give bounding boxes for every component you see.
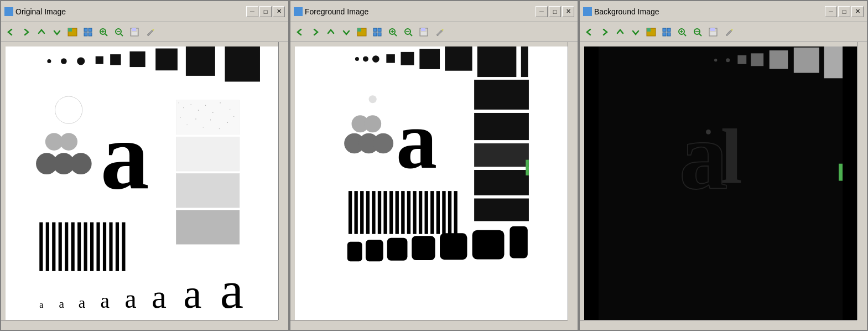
background-title-left: Background Image bbox=[583, 7, 659, 16]
svg-rect-160 bbox=[710, 32, 716, 35]
fg-tool-pencil[interactable] bbox=[432, 25, 446, 39]
foreground-canvas-area: a bbox=[290, 42, 578, 330]
foreground-svg: a bbox=[295, 46, 568, 320]
fg-tool-image[interactable] bbox=[355, 25, 369, 39]
tool-up-button[interactable] bbox=[34, 25, 49, 39]
svg-rect-62 bbox=[198, 110, 199, 111]
svg-rect-19 bbox=[96, 56, 103, 64]
svg-rect-134 bbox=[442, 191, 445, 234]
tool-grid-button[interactable] bbox=[81, 25, 95, 39]
foreground-vscroll[interactable] bbox=[568, 42, 578, 320]
tool-down-button[interactable] bbox=[50, 25, 64, 39]
svg-text:a: a bbox=[220, 261, 243, 319]
background-close-button[interactable]: ✕ bbox=[851, 6, 864, 17]
original-close-button[interactable]: ✕ bbox=[273, 6, 285, 17]
bg-tool-zoom-out[interactable] bbox=[690, 25, 705, 39]
tool-back-button[interactable] bbox=[3, 25, 18, 39]
original-title-buttons: ─ □ ✕ bbox=[246, 6, 285, 17]
svg-rect-42 bbox=[77, 223, 81, 271]
bg-tool-pencil[interactable] bbox=[721, 25, 736, 39]
svg-rect-39 bbox=[59, 223, 62, 271]
fg-tool-zoom-in[interactable] bbox=[386, 25, 400, 39]
svg-rect-130 bbox=[419, 191, 422, 234]
fg-tool-grid[interactable] bbox=[370, 25, 384, 39]
svg-rect-48 bbox=[116, 223, 119, 271]
tool-forward-button[interactable] bbox=[19, 25, 33, 39]
svg-rect-122 bbox=[372, 191, 375, 234]
svg-rect-43 bbox=[84, 223, 87, 271]
bg-tool-down[interactable] bbox=[628, 25, 643, 39]
svg-rect-21 bbox=[129, 51, 145, 67]
svg-text:a: a bbox=[59, 297, 65, 311]
svg-rect-118 bbox=[349, 191, 352, 234]
foreground-maximize-button[interactable]: □ bbox=[549, 6, 561, 17]
svg-rect-46 bbox=[103, 223, 106, 271]
svg-text:a: a bbox=[79, 294, 86, 311]
background-svg: a l bbox=[584, 46, 857, 320]
original-maximize-button[interactable]: □ bbox=[259, 6, 272, 17]
bg-tool-up[interactable] bbox=[613, 25, 627, 39]
foreground-close-button[interactable]: ✕ bbox=[562, 6, 574, 17]
original-hscroll[interactable] bbox=[1, 320, 278, 330]
svg-line-89 bbox=[410, 34, 412, 36]
svg-rect-49 bbox=[122, 223, 125, 271]
tool-image-button[interactable] bbox=[65, 25, 80, 39]
bg-tool-image[interactable] bbox=[644, 25, 658, 39]
svg-rect-73 bbox=[227, 122, 228, 123]
svg-rect-60 bbox=[183, 107, 184, 108]
background-window-icon bbox=[583, 7, 592, 16]
svg-rect-1 bbox=[68, 28, 72, 32]
bg-tool-save[interactable] bbox=[706, 25, 720, 39]
background-minimize-button[interactable]: ─ bbox=[825, 6, 837, 17]
svg-rect-63 bbox=[205, 105, 206, 106]
svg-rect-127 bbox=[401, 191, 404, 234]
fg-tool-up[interactable] bbox=[324, 25, 338, 39]
svg-rect-146 bbox=[647, 28, 651, 32]
foreground-image-window: Foreground Image ─ □ ✕ bbox=[289, 0, 579, 331]
background-canvas-area: a l bbox=[580, 42, 867, 330]
background-toolbar bbox=[580, 22, 867, 42]
original-vscroll[interactable] bbox=[278, 42, 288, 320]
svg-rect-166 bbox=[770, 50, 788, 69]
fg-tool-forward[interactable] bbox=[308, 25, 323, 39]
background-hscroll[interactable] bbox=[580, 320, 857, 330]
original-minimize-button[interactable]: ─ bbox=[246, 6, 258, 17]
bg-tool-back[interactable] bbox=[582, 25, 596, 39]
background-image-window: Background Image ─ □ ✕ bbox=[579, 0, 868, 331]
svg-rect-69 bbox=[196, 119, 196, 120]
svg-rect-112 bbox=[474, 143, 529, 167]
foreground-title-bar: Foreground Image ─ □ ✕ bbox=[290, 1, 578, 22]
tool-zoom-out-button[interactable] bbox=[112, 25, 126, 39]
tool-save-button[interactable] bbox=[127, 25, 142, 39]
fg-tool-down[interactable] bbox=[339, 25, 354, 39]
background-title-buttons: ─ □ ✕ bbox=[825, 6, 864, 17]
svg-rect-165 bbox=[751, 53, 763, 66]
svg-rect-68 bbox=[187, 125, 188, 125]
svg-text:a: a bbox=[396, 95, 437, 185]
svg-point-25 bbox=[55, 96, 82, 123]
foreground-title-buttons: ─ □ ✕ bbox=[536, 6, 574, 17]
svg-rect-38 bbox=[52, 223, 55, 271]
bg-tool-grid[interactable] bbox=[659, 25, 674, 39]
original-title-bar: Original Image ─ □ ✕ bbox=[1, 1, 288, 22]
svg-point-103 bbox=[369, 95, 377, 103]
bg-tool-zoom-in[interactable] bbox=[675, 25, 689, 39]
bg-tool-forward[interactable] bbox=[597, 25, 612, 39]
foreground-hscroll[interactable] bbox=[290, 320, 568, 330]
background-maximize-button[interactable]: □ bbox=[838, 6, 850, 17]
svg-rect-66 bbox=[230, 109, 230, 110]
svg-rect-141 bbox=[440, 233, 467, 260]
foreground-minimize-button[interactable]: ─ bbox=[536, 6, 548, 17]
background-vscroll[interactable] bbox=[857, 42, 867, 320]
tool-zoom-in-button[interactable] bbox=[96, 25, 111, 39]
svg-rect-137 bbox=[347, 242, 362, 261]
svg-rect-97 bbox=[386, 54, 395, 63]
fg-tool-save[interactable] bbox=[417, 25, 431, 39]
svg-rect-147 bbox=[663, 28, 666, 32]
fg-tool-zoom-out[interactable] bbox=[401, 25, 415, 39]
original-title-left: Original Image bbox=[4, 7, 66, 16]
foreground-window-icon bbox=[294, 7, 303, 16]
fg-tool-back[interactable] bbox=[293, 25, 307, 39]
tool-pencil-button[interactable] bbox=[143, 25, 157, 39]
svg-text:a: a bbox=[101, 289, 110, 312]
